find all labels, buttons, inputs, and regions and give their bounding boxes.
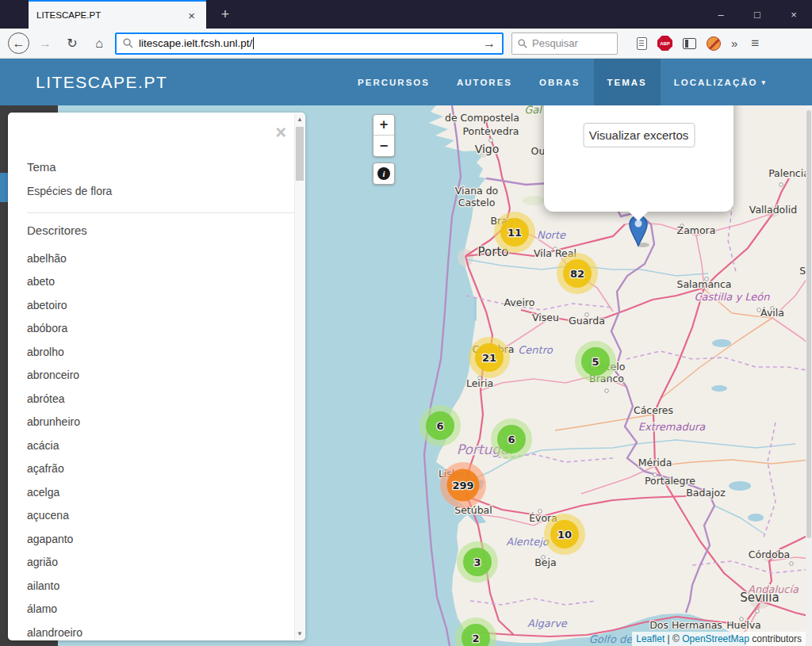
cluster-marker[interactable]: 82 xyxy=(557,253,598,294)
new-tab-button[interactable]: + xyxy=(213,0,238,29)
city-dot xyxy=(756,610,760,614)
site-brand[interactable]: LITESCAPE.PT xyxy=(36,73,167,92)
text-caret xyxy=(253,37,254,49)
cluster-marker[interactable]: 6 xyxy=(419,405,461,446)
cluster-marker[interactable]: 5 xyxy=(575,341,616,382)
city-dot xyxy=(605,389,609,393)
descriptor-item[interactable]: agrião xyxy=(27,551,289,575)
maximize-button[interactable]: □ xyxy=(739,0,776,29)
adblock-icon[interactable]: ABP xyxy=(657,36,672,51)
cluster-marker[interactable]: 11 xyxy=(494,212,535,253)
map-city-label: Ávila xyxy=(760,307,784,319)
descriptor-item[interactable]: acácia xyxy=(27,434,289,457)
cluster-marker[interactable]: 10 xyxy=(544,514,585,555)
descriptor-item[interactable]: açucena xyxy=(27,504,289,528)
osm-link[interactable]: OpenStreetMap xyxy=(682,633,749,644)
search-icon xyxy=(123,38,133,48)
search-field[interactable]: Pesquisar xyxy=(511,32,618,55)
sidebar-toggle-icon[interactable] xyxy=(683,38,696,49)
descriptor-item[interactable]: açafrão xyxy=(27,457,289,481)
minimize-button[interactable]: – xyxy=(703,0,739,29)
back-button[interactable]: ← xyxy=(8,32,29,54)
descriptor-item[interactable]: abronceiro xyxy=(27,364,289,388)
cluster-marker[interactable]: 6 xyxy=(491,419,532,460)
map-region-label: Gal xyxy=(524,105,542,116)
map-region-label: Norte xyxy=(537,229,566,241)
leaflet-link[interactable]: Leaflet xyxy=(636,633,665,644)
panel-close-icon[interactable]: × xyxy=(276,124,286,142)
zoom-out-button[interactable]: − xyxy=(373,136,394,156)
home-button[interactable]: ⌂ xyxy=(88,32,110,55)
scrollbar-thumb[interactable] xyxy=(296,127,304,181)
cluster-marker[interactable]: 21 xyxy=(469,337,510,378)
tema-panel: × Tema Espécies de flora Descritores abe… xyxy=(8,113,305,640)
map-city-label: Viana do xyxy=(455,185,499,197)
nav-item-temas[interactable]: TEMAS xyxy=(594,59,661,105)
descriptor-item[interactable]: abetoiro xyxy=(27,293,289,317)
map-city-label: Palencia xyxy=(768,167,810,179)
url-text: litescape.ielt.fcsh.unl.pt/ xyxy=(139,37,477,50)
visualizar-excertos-button[interactable]: Visualizar excertos xyxy=(583,123,695,147)
cluster-marker[interactable]: 3 xyxy=(457,541,498,583)
zoom-in-button[interactable]: + xyxy=(373,115,394,136)
tab-close-icon[interactable]: × xyxy=(185,9,198,22)
svg-text:6: 6 xyxy=(508,434,515,445)
overflow-icon[interactable]: » xyxy=(731,36,737,50)
page-scrollbar[interactable] xyxy=(806,105,812,646)
scroll-down-icon[interactable]: ▼ xyxy=(295,629,304,639)
city-dot xyxy=(790,562,794,566)
info-button[interactable]: i xyxy=(373,162,395,185)
nav-item-percursos[interactable]: PERCURSOS xyxy=(344,59,443,105)
flashblock-icon[interactable] xyxy=(707,36,721,51)
hamburger-menu-icon[interactable]: ≡ xyxy=(751,36,759,52)
browser-tab[interactable]: LITESCAPE.PT × xyxy=(29,0,206,29)
map-popup: Visualizar excertos xyxy=(544,105,733,212)
nav-item-label: LOCALIZAÇÃO xyxy=(674,78,758,87)
descriptor-item[interactable]: abóbora xyxy=(27,317,289,341)
map-city-label: Valladolid xyxy=(749,204,797,216)
map-region-label: Algarve xyxy=(527,617,568,629)
go-arrow-icon[interactable]: → xyxy=(483,36,496,51)
map-city-label: Mérida xyxy=(638,457,672,468)
browser-toolbar: ← → ↻ ⌂ litescape.ielt.fcsh.unl.pt/ → Pe… xyxy=(0,29,812,59)
descriptor-item[interactable]: abrunheiro xyxy=(27,411,289,434)
descriptor-item[interactable]: abelhão xyxy=(27,247,289,270)
panel-scrollbar[interactable]: ▲ ▼ xyxy=(294,113,304,640)
map-city-label: Leiria xyxy=(466,377,493,389)
descriptor-item[interactable]: abrótea xyxy=(27,387,289,411)
nav-item-label: OBRAS xyxy=(539,78,580,87)
descriptor-item[interactable]: ailanto xyxy=(27,574,289,598)
forward-button[interactable]: → xyxy=(34,32,56,55)
tema-value: Espécies de flora xyxy=(27,185,289,197)
attribution-contributors: contributors xyxy=(749,633,802,644)
map-city-label: Portalegre xyxy=(645,475,695,487)
nav-item-localização[interactable]: LOCALIZAÇÃO▾ xyxy=(661,59,780,105)
cluster-marker[interactable]: 299 xyxy=(440,462,486,508)
descriptor-item[interactable]: abeto xyxy=(27,270,289,294)
url-bar[interactable]: litescape.ielt.fcsh.unl.pt/ → xyxy=(115,32,504,55)
browser-titlebar: LITESCAPE.PT × + – □ × xyxy=(0,0,812,29)
nav-item-obras[interactable]: OBRAS xyxy=(526,59,594,105)
nav-item-autores[interactable]: AUTORES xyxy=(443,59,526,105)
descriptor-item[interactable]: alandroeiro xyxy=(27,621,289,644)
close-button[interactable]: × xyxy=(776,0,812,29)
map-city-label: Córdoba xyxy=(749,549,790,560)
nav-item-label: AUTORES xyxy=(457,78,512,87)
browser-window: LITESCAPE.PT × + – □ × ← → ↻ ⌂ litescape… xyxy=(0,0,812,646)
descritores-label: Descritores xyxy=(27,224,289,237)
descriptor-item[interactable]: acelga xyxy=(27,480,289,504)
svg-text:11: 11 xyxy=(508,227,522,239)
descriptor-item[interactable]: agapanto xyxy=(27,527,289,551)
map-region-label: Golfo de xyxy=(589,633,634,645)
pocket-icon[interactable] xyxy=(637,37,647,50)
svg-text:10: 10 xyxy=(557,529,572,541)
search-placeholder: Pesquisar xyxy=(532,37,578,49)
page-scrollbar-thumb[interactable] xyxy=(806,110,811,538)
map-attribution: Leaflet | © OpenStreetMap contributors xyxy=(632,632,806,646)
tema-label: Tema xyxy=(27,160,289,174)
map-city-label: Castelo xyxy=(458,197,496,208)
descriptor-item[interactable]: álamo xyxy=(27,598,289,621)
descriptor-item[interactable]: abrolho xyxy=(27,340,289,364)
reload-button[interactable]: ↻ xyxy=(61,32,83,55)
scroll-up-icon[interactable]: ▲ xyxy=(295,114,304,124)
